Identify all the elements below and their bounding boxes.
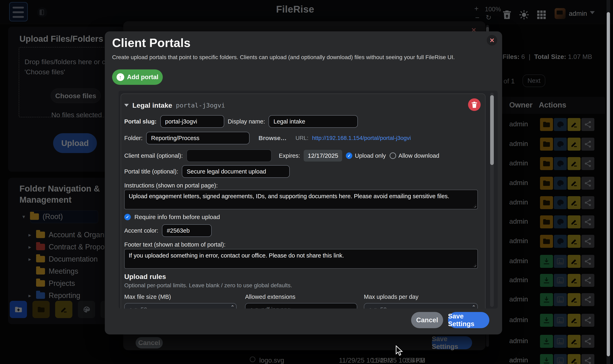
browse-button[interactable]: Browse… — [258, 135, 286, 142]
display-name-input[interactable] — [269, 115, 358, 128]
allow-download-label: Allow download — [399, 152, 439, 159]
max-file-size-input[interactable] — [124, 303, 237, 309]
max-file-size-label: Max file size (MB) — [124, 294, 171, 300]
portal-slug-label: Portal slug: — [124, 118, 157, 125]
mouse-cursor — [395, 345, 404, 357]
portal-slug-input[interactable] — [160, 115, 224, 128]
accent-color-input[interactable] — [162, 224, 212, 237]
upload-only-checkbox[interactable]: ✓ — [346, 152, 352, 159]
expires-date-input[interactable]: 12/17/2025 — [304, 150, 342, 162]
portal-display-name: Legal intake — [132, 102, 172, 109]
portal-slug-badge: portal-j3ogvi — [176, 102, 225, 109]
max-uploads-label: Max uploads per day — [364, 294, 418, 300]
display-name-label: Display name: — [228, 118, 265, 125]
url-label: URL: — [295, 135, 308, 141]
modal-close-button[interactable]: ✕ — [487, 35, 497, 46]
filerise-app: FileRise + 100% − ↻ admin Upload Files/F… — [0, 0, 613, 364]
require-info-label: Require info form before upload — [134, 214, 220, 221]
client-email-input[interactable] — [186, 149, 272, 162]
number-stepper-icon[interactable]: ⌃ — [472, 304, 476, 309]
cancel-button[interactable]: Cancel — [411, 312, 443, 328]
number-stepper-icon[interactable]: ⌃ — [230, 304, 235, 309]
footer-text-label: Footer text (shown at bottom of portal): — [124, 241, 226, 248]
trash-icon — [471, 101, 478, 108]
add-portal-button[interactable]: ↑ Add portal — [112, 69, 163, 85]
portal-title-label: Portal title (optional): — [124, 168, 178, 175]
footer-textarea[interactable]: If you uploaded something in error, cont… — [124, 249, 478, 269]
accent-color-label: Accent color: — [124, 227, 158, 234]
expires-label: Expires: — [279, 152, 300, 159]
require-info-checkbox[interactable]: ✓ — [124, 214, 131, 220]
upload-rules-title: Upload rules — [124, 273, 166, 281]
upload-only-label: Upload only — [355, 152, 386, 159]
portal-title-input[interactable] — [182, 165, 290, 178]
allowed-extensions-input[interactable] — [245, 303, 357, 309]
modal-description: Create upload portals that point to spec… — [112, 54, 455, 61]
max-uploads-input[interactable] — [364, 303, 478, 309]
page-scrollbar-thumb[interactable] — [607, 12, 610, 356]
client-email-label: Client email (optional): — [124, 152, 183, 159]
portal-list-region: Legal intake portal-j3ogvi Portal slug: … — [119, 91, 498, 309]
instructions-textarea[interactable]: Upload engagement letters, signed agreem… — [124, 190, 478, 209]
portal-card: Legal intake portal-j3ogvi Portal slug: … — [121, 93, 486, 309]
instructions-label: Instructions (shown on portal page): — [124, 182, 218, 189]
allowed-extensions-label: Allowed extensions — [245, 294, 295, 300]
modal-title: Client Portals — [112, 36, 191, 50]
upload-rules-note: Optional per-portal limits. Leave blank … — [124, 282, 292, 289]
delete-portal-button[interactable] — [468, 98, 481, 111]
folder-input[interactable] — [146, 132, 250, 144]
portal-list-scrollbar-thumb[interactable] — [490, 95, 494, 165]
save-settings-button[interactable]: Save Settings — [448, 312, 489, 328]
allow-download-checkbox[interactable] — [390, 152, 396, 159]
portal-url-link[interactable]: http://192.168.1.154/portal/portal-j3ogv… — [312, 135, 411, 141]
upload-cloud-icon: ↑ — [117, 73, 124, 81]
folder-label: Folder: — [124, 135, 142, 142]
collapse-caret-icon — [124, 104, 129, 107]
client-portals-modal: ✕ Client Portals Create upload portals t… — [105, 31, 502, 334]
portal-card-header[interactable]: Legal intake portal-j3ogvi — [124, 100, 480, 111]
